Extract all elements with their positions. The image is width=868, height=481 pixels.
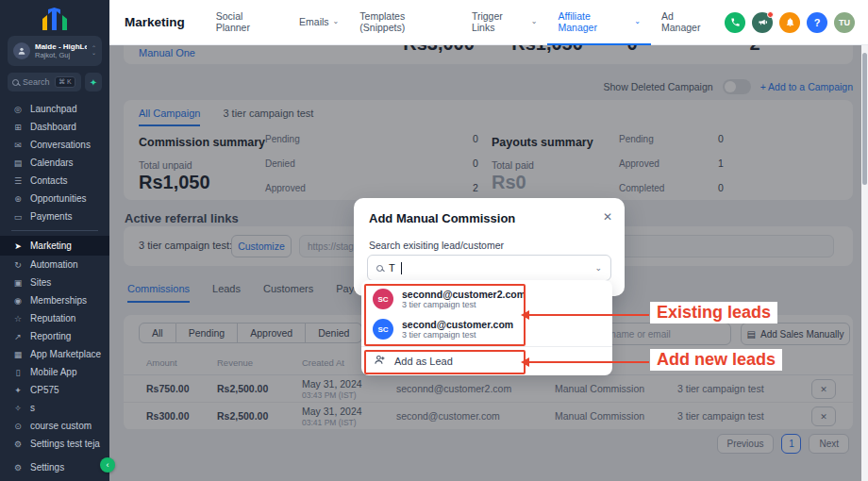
tab-social-planner[interactable]: Social Planner [206, 0, 289, 45]
reporting-icon: ↗ [12, 332, 24, 341]
sidebar-item-sites[interactable]: ▣Sites [0, 274, 109, 291]
dashboard-icon: ⊞ [12, 123, 24, 132]
search-value: T [389, 262, 395, 274]
lead-avatar: SC [373, 319, 393, 340]
sidebar-item-course-custom[interactable]: ⊙course custom [0, 417, 109, 435]
lead-email: seconnd@customer2.com [402, 289, 526, 300]
search-icon [376, 265, 383, 272]
phone-icon[interactable] [725, 12, 745, 33]
text-cursor [401, 262, 402, 274]
sidebar-search[interactable]: ⌘ K [8, 73, 81, 91]
top-header: Marketing Social Planner Emails⌄ Templat… [109, 0, 868, 45]
lead-option[interactable]: SC seconnd@customer2.com 3 tier campaign… [361, 284, 612, 314]
announcements-icon[interactable] [752, 12, 773, 33]
account-switcher[interactable]: Malde - HighLevel Rajkot, Guj ⌃⌄ [8, 36, 102, 66]
sidebar-item-app-marketplace[interactable]: ▦App Marketplace [0, 345, 109, 363]
highlevel-logo-icon [0, 0, 109, 32]
search-icon [12, 79, 19, 86]
lead-search-select[interactable]: T ⌄ [367, 255, 611, 281]
mobile-app-icon: ▯ [12, 368, 24, 377]
tab-ad-manager[interactable]: Ad Manager [651, 0, 725, 45]
scrollbar[interactable] [861, 45, 868, 481]
search-lead-label: Search exisiting lead/customer [369, 240, 504, 251]
lead-search-dropdown: SC seconnd@customer2.com 3 tier campaign… [361, 280, 612, 375]
marketing-icon: ➤ [12, 241, 24, 251]
sidebar-item-automation[interactable]: ↻Automation [0, 256, 109, 274]
sidebar-search-input[interactable] [23, 77, 51, 87]
gear-icon: ⚙ [12, 463, 24, 473]
sidebar-collapse-button[interactable]: ‹ [100, 457, 115, 473]
sidebar-item-payments[interactable]: ▭Payments [0, 207, 109, 225]
person-plus-icon [374, 353, 386, 370]
account-avatar [13, 42, 30, 59]
contacts-icon: ☰ [12, 176, 24, 186]
sites-icon: ▣ [12, 278, 24, 288]
account-chevron-icon: ⌃⌄ [92, 46, 96, 56]
quick-add-button[interactable]: ✦ [85, 73, 102, 91]
chevron-down-icon: ⌄ [594, 263, 602, 273]
payments-icon: ▭ [12, 212, 24, 222]
chevron-down-icon: ⌄ [333, 18, 340, 25]
memberships-icon: ◉ [12, 296, 24, 306]
sidebar-item-cp575[interactable]: ✦CP575 [0, 381, 109, 399]
help-icon[interactable]: ? [807, 12, 827, 33]
sidebar-item-settings-test-teja[interactable]: ⚙Settings test teja [0, 435, 109, 453]
sidebar-item-s[interactable]: ✧s [0, 399, 109, 417]
automation-icon: ↻ [12, 260, 24, 270]
sidebar-item-reporting[interactable]: ↗Reporting [0, 327, 109, 345]
course-custom-icon: ⊙ [12, 422, 24, 431]
chevron-down-icon: ⌄ [531, 18, 538, 25]
launchpad-icon: ◎ [12, 105, 24, 114]
lead-avatar: SC [373, 289, 393, 309]
opportunities-icon: ⊛ [12, 194, 24, 204]
sidebar-item-marketing[interactable]: ➤Marketing [0, 236, 109, 256]
sidebar-item-opportunities[interactable]: ⊛Opportunities [0, 190, 109, 207]
tab-emails[interactable]: Emails⌄ [289, 0, 349, 45]
sidebar: Malde - HighLevel Rajkot, Guj ⌃⌄ ⌘ K ✦ ◎… [0, 0, 109, 481]
cp575-icon: ✦ [12, 386, 24, 395]
avatar[interactable]: TU [834, 12, 855, 33]
sidebar-item-memberships[interactable]: ◉Memberships [0, 291, 109, 309]
reputation-icon: ☆ [12, 314, 24, 323]
sidebar-nav: ◎Launchpad ⊞Dashboard ✉Conversations ▤Ca… [0, 100, 109, 481]
page-title: Marketing [125, 15, 185, 29]
lead-email: second@customer.com [402, 319, 513, 330]
chevron-down-icon: ⌄ [634, 18, 641, 25]
sidebar-item-contacts[interactable]: ☰Contacts [0, 172, 109, 190]
add-as-lead-option[interactable]: Add as Lead [361, 348, 612, 373]
sidebar-item-launchpad[interactable]: ◎Launchpad [0, 100, 109, 118]
settings-test-icon: ⚙ [12, 440, 24, 449]
tab-trigger-links[interactable]: Trigger Links⌄ [461, 0, 548, 45]
tab-templates-snippets[interactable]: Templates (Snippets) [349, 0, 461, 45]
sidebar-item-settings[interactable]: ⚙Settings [0, 458, 109, 476]
bell-icon[interactable] [779, 12, 800, 33]
s-icon: ✧ [12, 404, 24, 413]
close-icon[interactable]: ✕ [603, 210, 612, 224]
dropdown-divider [361, 346, 612, 347]
lead-option[interactable]: SC second@customer.com 3 tier campaign t… [361, 314, 612, 344]
account-location: Rajkot, Guj [35, 51, 87, 59]
sidebar-item-dashboard[interactable]: ⊞Dashboard [0, 118, 109, 136]
sidebar-item-conversations[interactable]: ✉Conversations [0, 136, 109, 154]
header-tabs: Social Planner Emails⌄ Templates (Snippe… [206, 0, 725, 45]
app-marketplace-icon: ▦ [12, 350, 24, 359]
tab-affiliate-manager[interactable]: Affiliate Manager⌄ [547, 0, 650, 45]
notification-dot [767, 11, 774, 18]
sidebar-divider [11, 230, 98, 231]
modal-title: Add Manual Commission [369, 211, 515, 225]
account-name: Malde - HighLevel [35, 42, 87, 51]
calendar-icon: ▤ [12, 158, 24, 168]
sidebar-item-reputation[interactable]: ☆Reputation [0, 309, 109, 327]
lead-campaign: 3 tier campaign test [402, 330, 513, 340]
sidebar-item-mobile-app[interactable]: ▯Mobile App [0, 363, 109, 381]
keyboard-shortcut-badge: ⌘ K [55, 76, 75, 88]
lead-campaign: 3 tier campaign test [402, 300, 526, 310]
scrollbar-thumb[interactable] [862, 53, 867, 185]
conversations-icon: ✉ [12, 141, 24, 150]
sidebar-item-calendars[interactable]: ▤Calendars [0, 154, 109, 172]
